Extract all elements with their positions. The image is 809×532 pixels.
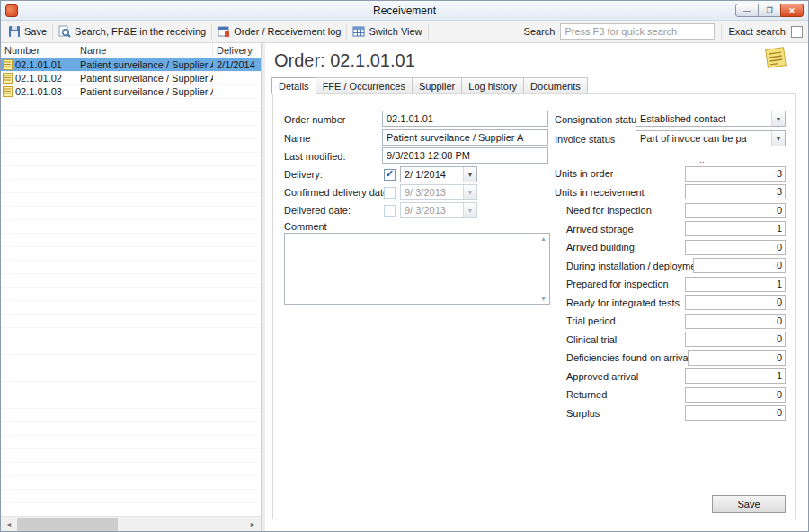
delivery-label: Delivery: (284, 169, 323, 180)
count-row: Need for inspection 0 (555, 201, 786, 220)
count-value-field[interactable]: 0 (685, 387, 786, 403)
list-empty-row (1, 193, 261, 207)
confirmed-delivery-date-picker[interactable]: 9/ 3/2013 ▼ (400, 184, 477, 200)
search-ffe-button[interactable]: Search, FF&E in the receiving (54, 23, 210, 40)
count-value-field[interactable]: 3 (685, 166, 786, 182)
count-row: Ready for integrated tests 0 (555, 294, 786, 313)
app-window: Receivement — ❐ ✕ Save Search, FF&E in t… (0, 0, 809, 532)
search-icon (58, 25, 71, 38)
count-row: Returned 0 (555, 386, 786, 404)
tab-supplier[interactable]: Supplier (412, 77, 462, 93)
confirmed-delivery-row: 9/ 3/2013 ▼ (384, 184, 477, 200)
tab-documents[interactable]: Documents (523, 77, 588, 93)
count-row: Trial period 0 (555, 312, 786, 331)
list-empty-row (1, 503, 261, 516)
list-empty-row (1, 234, 261, 247)
count-value-field[interactable]: 1 (685, 221, 786, 236)
tab-ffe-occurrences[interactable]: FFE / Occurrences (316, 77, 413, 93)
list-empty-row (1, 261, 261, 274)
scroll-left-arrow-icon[interactable]: ◄ (2, 518, 16, 531)
count-value-field[interactable]: 0 (685, 405, 786, 421)
count-value-field[interactable]: 0 (688, 350, 786, 366)
delivery-checkbox[interactable] (384, 169, 396, 181)
count-value-field[interactable]: 1 (685, 277, 786, 292)
list-empty-row (1, 315, 261, 328)
scrollbar-thumb[interactable] (17, 518, 118, 531)
list-empty-row (1, 288, 261, 301)
count-value-field[interactable]: 0 (685, 203, 786, 218)
minimize-button[interactable]: — (735, 4, 759, 17)
save-button[interactable]: Save (4, 23, 51, 40)
count-value-field[interactable]: 0 (685, 240, 786, 255)
count-row: Arrived building 0 (555, 238, 786, 257)
count-value-field[interactable]: 0 (693, 258, 786, 273)
tab-details[interactable]: Details (271, 77, 316, 94)
order-item-icon (3, 86, 13, 97)
confirmed-delivery-checkbox[interactable] (384, 187, 396, 199)
exact-search-checkbox[interactable] (791, 26, 803, 38)
delivered-date-checkbox[interactable] (384, 205, 396, 217)
order-list-panel: Number Name Delivery 02.1.01.01 Patient … (1, 43, 262, 531)
form-save-button[interactable]: Save (712, 495, 786, 513)
scroll-up-arrow-icon[interactable]: ▲ (540, 235, 547, 242)
maximize-button[interactable]: ❐ (758, 4, 781, 17)
list-empty-row (1, 382, 261, 395)
scroll-right-arrow-icon[interactable]: ► (245, 518, 260, 531)
order-number-field[interactable]: 02.1.01.01 (382, 111, 548, 127)
chevron-down-icon: ▼ (771, 111, 785, 126)
list-empty-row (1, 153, 261, 166)
count-value-field[interactable]: 0 (685, 332, 786, 347)
column-header-delivery[interactable]: Delivery (213, 43, 261, 58)
list-empty-row (1, 409, 261, 422)
count-value-field[interactable]: 0 (685, 295, 786, 310)
scroll-down-arrow-icon[interactable]: ▼ (540, 296, 547, 302)
list-empty-row (1, 368, 261, 382)
table-row[interactable]: 02.1.01.02 Patient surveilance / Supplie… (1, 72, 261, 85)
list-empty-row (1, 112, 261, 126)
list-empty-row (1, 476, 261, 490)
delivery-date-picker[interactable]: 2/ 1/2014 ▼ (400, 166, 477, 182)
count-row: Units in order 3 (555, 164, 786, 183)
table-row[interactable]: 02.1.01.03 Patient surveilance / Supplie… (1, 85, 261, 99)
column-header-number[interactable]: Number (1, 43, 76, 58)
count-row: Units in receivement 3 (555, 183, 786, 202)
order-log-button[interactable]: Order / Receivement log (213, 23, 345, 40)
chevron-down-icon: ▼ (463, 203, 476, 217)
count-row: Clinical trial 0 (555, 331, 786, 350)
comment-label: Comment (284, 221, 327, 232)
list-empty-row (1, 490, 261, 503)
count-value-field[interactable]: 3 (685, 184, 786, 200)
unit-counts: Units in order 3 Units in receivement 3 … (555, 164, 786, 422)
confirmed-delivery-label: Confirmed delivery date: (284, 187, 391, 198)
consignation-status-dropdown[interactable]: Established contact ▼ (636, 111, 786, 127)
invoice-status-dropdown[interactable]: Part of invoce can be pa ▼ (636, 130, 786, 146)
search-label: Search (524, 26, 556, 37)
delivered-date-picker[interactable]: 9/ 3/2013 ▼ (400, 202, 477, 218)
row-name: Patient surveilance / Supplier A (76, 86, 213, 97)
app-icon (5, 4, 18, 17)
main-area: Number Name Delivery 02.1.01.01 Patient … (1, 43, 808, 531)
chevron-down-icon: ▼ (463, 185, 476, 200)
last-modified-field[interactable]: 9/3/2013 12:08 PM (382, 147, 548, 164)
tab-log-history[interactable]: Log history (461, 77, 524, 93)
window-title: Receivement (1, 4, 808, 17)
row-delivery: 2/1/2014 (213, 59, 261, 70)
close-button[interactable]: ✕ (780, 4, 804, 17)
row-number: 02.1.01.03 (15, 86, 62, 97)
column-header-name[interactable]: Name (76, 43, 213, 58)
details-tab-page: Order number 02.1.01.01 Name Patient sur… (272, 93, 796, 519)
count-value-field[interactable]: 0 (685, 314, 786, 329)
toolbar-separator (211, 24, 212, 40)
notes-icon[interactable] (763, 45, 788, 72)
quick-search-input[interactable] (560, 23, 715, 40)
name-field[interactable]: Patient surveilance / Supplier A (382, 129, 548, 146)
count-value-field[interactable]: 1 (685, 368, 786, 384)
comment-textarea[interactable]: ▲ ▼ (284, 233, 550, 305)
switch-view-button[interactable]: Switch View (348, 23, 426, 40)
delivery-date-row: 2/ 1/2014 ▼ (384, 166, 477, 182)
invoice-status-label: Invoice status (555, 134, 615, 145)
toolbar-search-area: Search Exact search (524, 23, 805, 40)
table-row[interactable]: 02.1.01.01 Patient surveilance / Supplie… (1, 58, 261, 72)
order-log-icon (218, 25, 230, 38)
chevron-down-icon: ▼ (463, 167, 476, 182)
